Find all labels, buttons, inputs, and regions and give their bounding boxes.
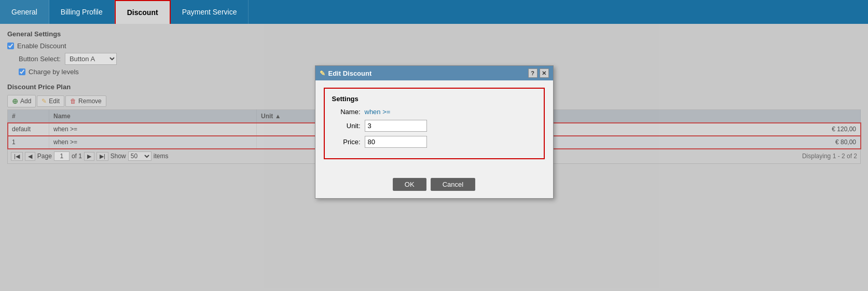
cancel-button[interactable]: Cancel — [431, 178, 475, 191]
price-label: Price: — [332, 138, 361, 146]
tab-payment-service[interactable]: Payment Service — [171, 0, 249, 24]
name-label: Name: — [332, 108, 361, 116]
price-input[interactable] — [365, 136, 427, 148]
modal-overlay: ✎ Edit Discount ? ✕ Settings Name: when … — [0, 24, 868, 291]
ok-button[interactable]: OK — [393, 178, 426, 191]
tab-bar: General Billing Profile Discount Payment… — [0, 0, 868, 24]
tab-discount[interactable]: Discount — [115, 0, 171, 24]
modal-titlebar: ✎ Edit Discount ? ✕ — [315, 66, 553, 80]
unit-field-row: Unit: — [332, 120, 536, 132]
name-value: when >= — [365, 108, 391, 116]
unit-input[interactable] — [365, 120, 427, 132]
modal-settings-section: Settings Name: when >= Unit: Price: — [324, 88, 545, 159]
modal-section-title: Settings — [332, 95, 536, 103]
modal-body: Settings Name: when >= Unit: Price: — [315, 80, 553, 174]
modal-title-icon: ✎ — [320, 70, 325, 77]
tab-general[interactable]: General — [0, 0, 49, 24]
price-field-row: Price: — [332, 136, 536, 148]
name-field-row: Name: when >= — [332, 108, 536, 116]
edit-discount-modal: ✎ Edit Discount ? ✕ Settings Name: when … — [315, 65, 554, 199]
modal-help-btn[interactable]: ? — [528, 68, 538, 78]
modal-close-btn[interactable]: ✕ — [540, 68, 549, 78]
tab-billing-profile[interactable]: Billing Profile — [49, 0, 115, 24]
modal-footer: OK Cancel — [315, 174, 553, 198]
unit-label: Unit: — [332, 122, 361, 130]
modal-title: Edit Discount — [328, 70, 372, 77]
